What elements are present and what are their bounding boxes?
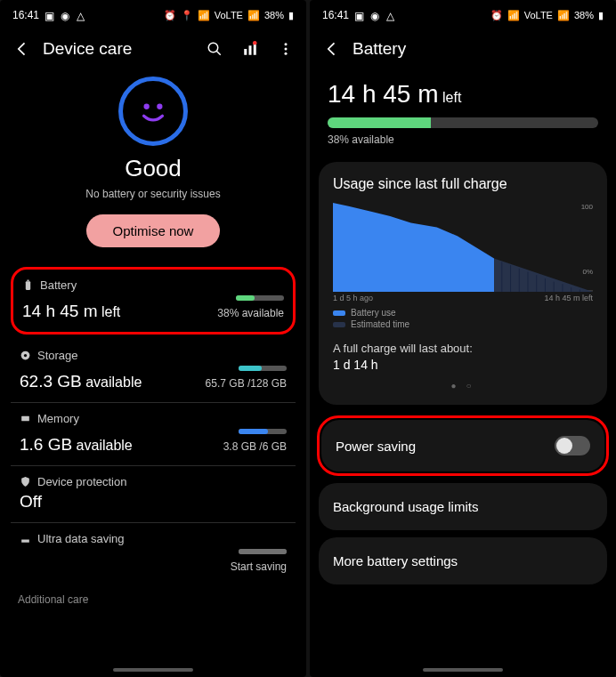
status-title: Good (0, 155, 306, 182)
home-indicator[interactable] (423, 668, 503, 672)
svg-point-5 (285, 43, 288, 45)
more-battery-settings-row[interactable]: More battery settings (319, 537, 607, 584)
battery-bar (236, 295, 284, 301)
wifi-icon: 📶 (198, 10, 210, 21)
back-button[interactable] (12, 39, 32, 59)
titlebar: Device care (0, 25, 306, 68)
notif-icon-3: △ (386, 10, 397, 20)
notif-icon-2: ◉ (370, 10, 381, 20)
more-icon[interactable] (278, 41, 294, 57)
memory-bar (239, 429, 287, 434)
battery-progress (328, 117, 598, 128)
highlight-power-saving: Power saving (317, 415, 609, 476)
battery-row[interactable]: Battery 14 h 45 m left 38% available (13, 270, 293, 332)
storage-bar (239, 366, 287, 371)
battery-icon: ▮ (598, 10, 604, 21)
notif-icon-1: ▣ (45, 10, 55, 20)
battery-pct: 38% (264, 10, 284, 20)
optimise-button[interactable]: Optimise now (86, 214, 221, 247)
signal-icon: 📶 (557, 10, 570, 21)
storage-row[interactable]: Storage 62.3 GB available 65.7 GB /128 G… (11, 340, 296, 403)
battery-icon (22, 279, 34, 291)
wifi-icon: 📶 (507, 10, 520, 21)
ultra-data-saving-row[interactable]: Ultra data saving Start saving (11, 523, 296, 584)
chart-icon[interactable] (242, 41, 258, 57)
svg-point-0 (208, 43, 218, 52)
notif-icon-1: ▣ (354, 10, 365, 20)
statusbar: 16:41 ▣ ◉ △ ⏰ 📶 VoLTE 📶 38% ▮ (310, 0, 616, 25)
svg-rect-10 (26, 281, 30, 290)
volte-label: VoLTE (524, 10, 553, 20)
status-subtitle: No battery or security issues (0, 188, 306, 200)
data-saving-icon (20, 533, 31, 544)
svg-rect-1 (244, 49, 247, 55)
battery-pct: 38% (574, 10, 594, 20)
page-title: Battery (353, 39, 406, 59)
home-indicator[interactable] (113, 668, 193, 672)
device-care-screen: 16:41 ▣ ◉ △ ⏰ 📍 📶 VoLTE 📶 38% ▮ Device c… (0, 0, 306, 677)
search-icon[interactable] (207, 41, 223, 57)
usage-chart: 100 0% (333, 203, 593, 292)
page-indicator[interactable]: ● ○ (333, 381, 593, 391)
protection-row[interactable]: Device protection Off (11, 466, 296, 523)
alarm-icon: ⏰ (164, 10, 176, 21)
svg-point-8 (144, 104, 150, 109)
svg-point-7 (285, 52, 288, 55)
svg-point-6 (285, 48, 288, 51)
status-time: 16:41 (322, 9, 349, 21)
power-saving-toggle[interactable] (555, 436, 590, 455)
time-left-value: 14 h 45 m (328, 80, 439, 108)
battery-icon: ▮ (288, 10, 294, 21)
svg-rect-2 (249, 45, 252, 55)
alarm-icon: ⏰ (490, 10, 503, 21)
additional-care-label: Additional care (0, 584, 306, 618)
svg-rect-11 (27, 280, 28, 282)
uds-bar (239, 549, 287, 554)
svg-point-9 (157, 104, 162, 109)
status-face-icon (118, 77, 188, 146)
panel-title: Usage since last full charge (333, 176, 593, 192)
highlight-battery: Battery 14 h 45 m left 38% available (11, 267, 296, 334)
available-label: 38% available (328, 133, 598, 146)
usage-panel[interactable]: Usage since last full charge 100 0% 1 d … (319, 162, 607, 405)
power-saving-row[interactable]: Power saving (321, 420, 604, 471)
statusbar: 16:41 ▣ ◉ △ ⏰ 📍 📶 VoLTE 📶 38% ▮ (0, 0, 306, 25)
notif-icon-2: ◉ (61, 10, 71, 20)
titlebar: Battery (310, 25, 616, 68)
chart-legend: Battery use Estimated time (333, 308, 593, 329)
status-time: 16:41 (12, 9, 39, 21)
memory-icon (20, 413, 31, 424)
svg-point-4 (253, 41, 257, 45)
signal-icon: 📶 (247, 10, 260, 21)
volte-label: VoLTE (215, 10, 243, 20)
battery-screen: 16:41 ▣ ◉ △ ⏰ 📶 VoLTE 📶 38% ▮ Battery 14… (310, 0, 616, 677)
notif-icon-3: △ (77, 10, 87, 20)
location-icon: 📍 (181, 10, 193, 21)
svg-point-13 (24, 354, 27, 357)
storage-icon (20, 350, 31, 361)
memory-row[interactable]: Memory 1.6 GB available 3.8 GB /6 GB (11, 403, 296, 466)
back-button[interactable] (322, 39, 342, 59)
shield-icon (20, 476, 31, 488)
svg-rect-14 (21, 416, 29, 421)
page-title: Device care (43, 39, 132, 59)
background-usage-row[interactable]: Background usage limits (319, 483, 607, 530)
